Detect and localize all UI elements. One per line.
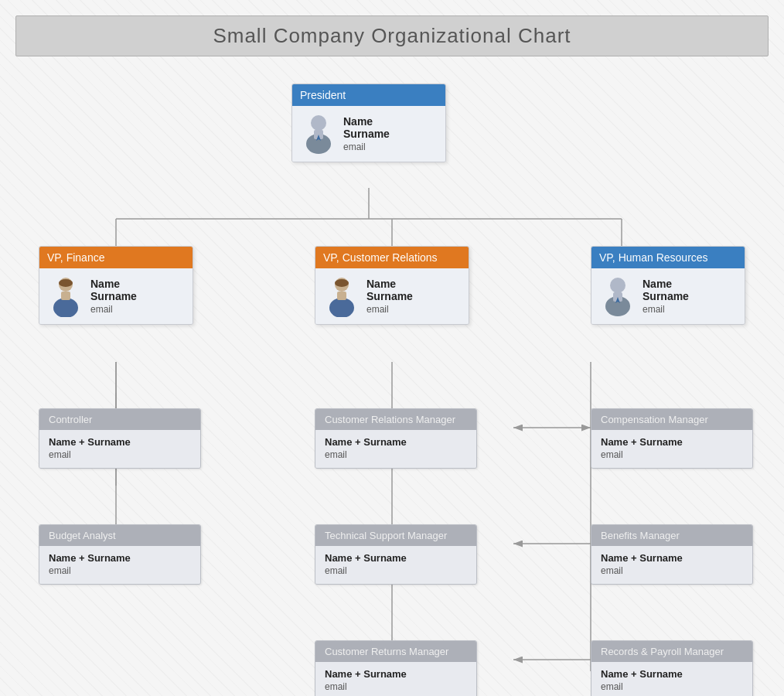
president-avatar bbox=[302, 114, 336, 154]
mgr-comp-email: email bbox=[601, 449, 743, 460]
mgr-records-role: Records & Payroll Manager bbox=[591, 641, 752, 662]
mgr-budget-name: Name + Surname bbox=[49, 552, 191, 564]
vp-hr-role: VP, Human Resources bbox=[591, 247, 745, 268]
vp-hr-name: NameSurname bbox=[643, 278, 689, 302]
mgr-tech-sup-role: Technical Support Manager bbox=[315, 525, 476, 546]
mgr-cust-rel-email: email bbox=[325, 449, 467, 460]
mgr-budget-role: Budget Analyst bbox=[39, 525, 200, 546]
chart-area: President NameSurname email bbox=[15, 76, 769, 696]
mgr-budget-email: email bbox=[49, 565, 191, 576]
mgr-cust-ret-email: email bbox=[325, 681, 467, 692]
mgr-cust-ret-role: Customer Returns Manager bbox=[315, 641, 476, 662]
vp-hr-email: email bbox=[643, 304, 689, 315]
mgr-comp-card: Compensation Manager Name + Surname emai… bbox=[591, 408, 753, 469]
vp-hr-card: VP, Human Resources NameSurname email bbox=[591, 246, 745, 325]
vp-customer-card: VP, Customer Relations NameSurname email bbox=[315, 246, 469, 325]
mgr-cust-rel-name: Name + Surname bbox=[325, 436, 467, 448]
mgr-benefits-role: Benefits Manager bbox=[591, 525, 752, 546]
mgr-comp-name: Name + Surname bbox=[601, 436, 743, 448]
mgr-cust-rel-card: Customer Relations Manager Name + Surnam… bbox=[315, 408, 477, 469]
mgr-cust-ret-name: Name + Surname bbox=[325, 668, 467, 680]
chart-title-bar: Small Company Organizational Chart bbox=[15, 15, 769, 56]
vp-hr-avatar bbox=[601, 276, 635, 316]
svg-rect-34 bbox=[337, 292, 346, 300]
mgr-budget-card: Budget Analyst Name + Surname email bbox=[39, 524, 201, 585]
svg-point-33 bbox=[329, 298, 354, 317]
vp-customer-name: NameSurname bbox=[366, 278, 413, 302]
mgr-records-name: Name + Surname bbox=[601, 668, 743, 680]
mgr-controller-card: Controller Name + Surname email bbox=[39, 408, 201, 469]
mgr-cust-rel-role: Customer Relations Manager bbox=[315, 409, 476, 430]
president-card: President NameSurname email bbox=[291, 84, 446, 162]
mgr-tech-sup-card: Technical Support Manager Name + Surname… bbox=[315, 524, 477, 585]
vp-customer-avatar bbox=[325, 276, 359, 316]
mgr-benefits-name: Name + Surname bbox=[601, 552, 743, 564]
svg-point-32 bbox=[335, 279, 349, 287]
mgr-records-email: email bbox=[601, 681, 743, 692]
mgr-tech-sup-email: email bbox=[325, 565, 467, 576]
mgr-controller-role: Controller bbox=[39, 409, 200, 430]
mgr-benefits-card: Benefits Manager Name + Surname email bbox=[591, 524, 753, 585]
vp-finance-avatar bbox=[49, 276, 83, 316]
vp-finance-name: NameSurname bbox=[90, 278, 137, 302]
vp-finance-email: email bbox=[90, 304, 137, 315]
mgr-comp-role: Compensation Manager bbox=[591, 409, 752, 430]
president-role: President bbox=[292, 84, 445, 106]
vp-customer-email: email bbox=[366, 304, 413, 315]
svg-point-29 bbox=[53, 298, 78, 317]
mgr-cust-ret-card: Customer Returns Manager Name + Surname … bbox=[315, 640, 477, 696]
svg-point-23 bbox=[311, 115, 326, 131]
mgr-controller-name: Name + Surname bbox=[49, 436, 191, 448]
mgr-tech-sup-name: Name + Surname bbox=[325, 552, 467, 564]
mgr-controller-email: email bbox=[49, 449, 191, 460]
svg-point-35 bbox=[610, 278, 625, 293]
mgr-benefits-email: email bbox=[601, 565, 743, 576]
chart-title: Small Company Organizational Chart bbox=[32, 24, 752, 48]
vp-finance-role: VP, Finance bbox=[39, 247, 193, 268]
vp-finance-card: VP, Finance NameSurname email bbox=[39, 246, 193, 325]
mgr-records-card: Records & Payroll Manager Name + Surname… bbox=[591, 640, 753, 696]
svg-rect-30 bbox=[61, 292, 70, 300]
connector-lines bbox=[15, 76, 769, 696]
vp-customer-role: VP, Customer Relations bbox=[315, 247, 469, 268]
president-name: NameSurname bbox=[343, 115, 390, 140]
svg-point-28 bbox=[59, 279, 73, 287]
president-email: email bbox=[343, 142, 390, 152]
